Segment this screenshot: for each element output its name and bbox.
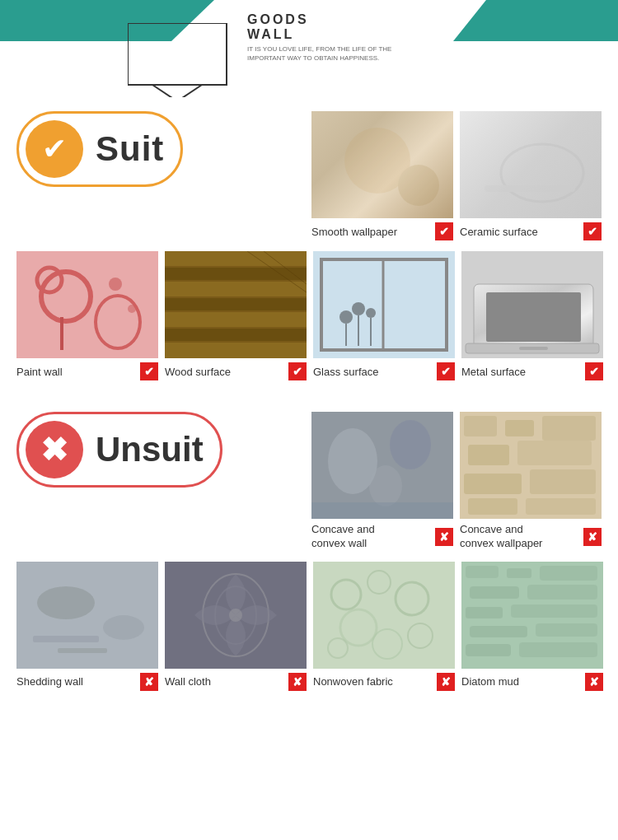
check-badge-nonwoven: ✘ (437, 673, 455, 691)
header-teal-right-bar (453, 0, 618, 41)
svg-rect-40 (311, 502, 453, 519)
surface-img-concave-wallpaper (460, 412, 602, 519)
svg-point-30 (366, 308, 376, 318)
svg-point-4 (398, 165, 439, 206)
surface-label-row-shedding: Shedding wall ✘ (16, 669, 158, 693)
surface-item-metal: Metal surface ✔ (461, 251, 603, 383)
header-frame-decor (128, 23, 251, 97)
surface-item-wall-cloth: Wall cloth ✘ (165, 562, 307, 693)
svg-rect-18 (165, 312, 307, 327)
header-logo: GOODS WALL IT IS YOU LOVE LIFE, FROM THE… (247, 12, 391, 63)
svg-rect-71 (507, 568, 531, 578)
surface-item-smooth-wallpaper: Smooth wallpaper ✔ (311, 111, 453, 243)
check-badge-wood: ✔ (288, 362, 307, 380)
tick-icon-6: ✔ (589, 365, 599, 378)
svg-rect-74 (527, 585, 597, 600)
suit-bottom-row: Paint wall ✔ (16, 251, 602, 383)
svg-rect-19 (165, 329, 307, 341)
svg-rect-17 (165, 298, 307, 310)
surface-label-ceramic: Ceramic surface (460, 226, 538, 238)
svg-rect-14 (165, 251, 307, 266)
svg-rect-45 (468, 445, 509, 465)
cross-icon-6: ✘ (589, 675, 599, 688)
svg-point-60 (229, 609, 242, 622)
surface-item-concave-wall: Concave andconvex wall ✘ (311, 412, 453, 553)
surface-label-shedding: Shedding wall (16, 675, 83, 688)
check-badge-paint: ✔ (140, 362, 158, 380)
surface-label-glass: Glass surface (313, 366, 378, 378)
surface-label-row-wood: Wood surface ✔ (165, 358, 307, 383)
surface-img-nonwoven (313, 562, 455, 669)
surface-label-row-diatom: Diatom mud ✘ (461, 669, 603, 693)
unsuit-bottom-row: Shedding wall ✘ (16, 562, 602, 693)
unsuit-badge: ✖ Unsuit (16, 412, 222, 488)
surface-label-row-paint: Paint wall ✔ (16, 358, 158, 383)
check-badge-shedding: ✘ (140, 673, 158, 691)
tick-icon: ✔ (439, 225, 449, 238)
svg-rect-70 (466, 566, 499, 578)
svg-rect-16 (165, 282, 307, 296)
svg-rect-72 (540, 566, 597, 581)
surface-img-glass (313, 251, 455, 358)
svg-point-54 (103, 615, 144, 640)
check-badge-diatom: ✘ (585, 673, 603, 691)
unsuit-label: Unsuit (96, 430, 204, 469)
surface-img-diatom (461, 562, 603, 669)
surface-label-wood: Wood surface (165, 366, 231, 378)
svg-rect-75 (466, 607, 503, 618)
svg-point-26 (339, 310, 353, 324)
surface-img-paint-wall (16, 251, 158, 358)
surface-label-row-nonwoven: Nonwoven fabric ✘ (313, 669, 455, 693)
surface-item-glass: Glass surface ✔ (313, 251, 455, 383)
svg-rect-48 (530, 469, 596, 494)
svg-rect-78 (536, 623, 597, 637)
surface-label-row-ceramic: Ceramic surface ✔ (460, 218, 602, 243)
surface-item-concave-wallpaper: Concave andconvex wallpaper ✘ (460, 412, 602, 553)
cross-icon-4: ✘ (293, 675, 302, 688)
svg-rect-50 (526, 498, 596, 515)
svg-rect-77 (470, 626, 527, 637)
check-badge-smooth: ✔ (435, 222, 453, 240)
surface-label-row-smooth: Smooth wallpaper ✔ (311, 218, 453, 243)
unsuit-section: ✖ Unsuit Concave andconvex w (0, 404, 618, 714)
tick-icon-2: ✔ (588, 225, 597, 238)
surface-item-diatom: Diatom mud ✘ (461, 562, 603, 693)
surface-label-row-metal: Metal surface ✔ (461, 358, 603, 383)
surface-item-paint-wall: Paint wall ✔ (16, 251, 158, 383)
surface-item-ceramic: Ceramic surface ✔ (460, 111, 602, 243)
svg-point-5 (501, 144, 583, 202)
suit-label: Suit (96, 129, 164, 169)
svg-point-11 (109, 278, 122, 291)
check-badge-metal: ✔ (585, 362, 603, 380)
suit-badge: ✔ Suit (16, 111, 183, 187)
surface-img-shedding (16, 562, 158, 669)
check-badge-concave-wp: ✘ (583, 528, 602, 546)
svg-rect-56 (58, 648, 107, 653)
brand-name: GOODS WALL (247, 12, 391, 41)
unsuit-x-circle: ✖ (26, 421, 83, 478)
svg-rect-55 (33, 636, 99, 642)
surface-img-concave-wall (311, 412, 453, 519)
surface-img-wood (165, 251, 307, 358)
surface-label-concave-wp: Concave andconvex wallpaper (460, 523, 583, 551)
surface-label-row-glass: Glass surface ✔ (313, 358, 455, 383)
svg-rect-79 (466, 644, 511, 656)
cross-icon-2: ✘ (588, 530, 597, 544)
svg-rect-44 (542, 416, 596, 441)
svg-rect-34 (486, 292, 581, 342)
svg-point-28 (352, 302, 365, 315)
svg-rect-73 (470, 586, 519, 599)
check-badge-wall-cloth: ✘ (288, 673, 307, 691)
checkmark-icon: ✔ (42, 132, 67, 166)
tick-icon-4: ✔ (293, 365, 302, 378)
surface-img-ceramic (460, 111, 602, 218)
surface-label-concave-wall: Concave andconvex wall (311, 523, 435, 551)
surface-label-metal: Metal surface (461, 366, 526, 378)
surface-label-nonwoven: Nonwoven fabric (313, 675, 393, 688)
svg-rect-20 (165, 343, 307, 358)
svg-rect-47 (464, 474, 522, 494)
svg-rect-42 (464, 416, 497, 436)
cross-icon-3: ✘ (144, 675, 154, 688)
tick-icon-3: ✔ (144, 365, 154, 378)
surface-label-row-wall-cloth: Wall cloth ✘ (165, 669, 307, 693)
